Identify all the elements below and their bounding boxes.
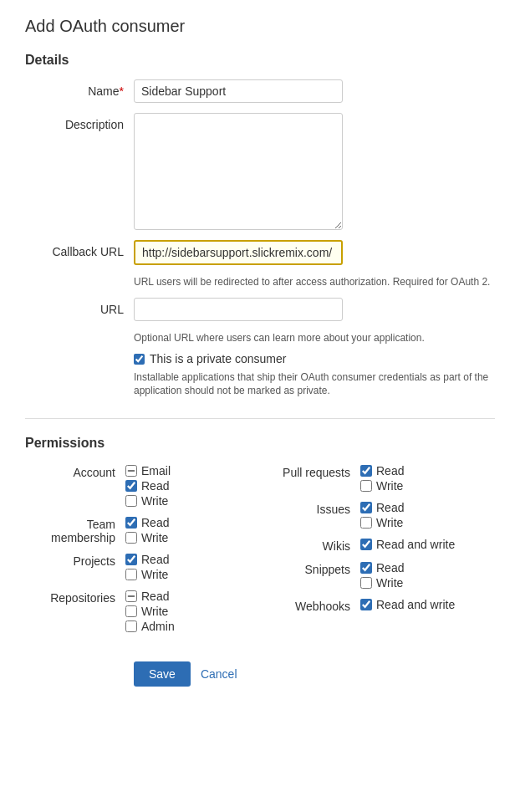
perm-checkbox-webhooks-readwrite[interactable] [360, 599, 372, 610]
perm-checkbox-account-write[interactable] [125, 495, 137, 507]
save-button[interactable]: Save [134, 661, 191, 687]
perm-group-projects: Projects Read Write [25, 553, 260, 581]
perm-checkbox-account-email[interactable] [125, 465, 137, 477]
perm-options-wikis: Read and write [360, 538, 455, 551]
perm-checkbox-account-read[interactable] [125, 480, 137, 492]
perm-checkbox-snippets-read[interactable] [360, 562, 372, 574]
perm-label-repositories: Repositories [25, 590, 125, 605]
callback-url-label: Callback URL [25, 240, 134, 258]
description-input[interactable] [134, 113, 343, 230]
permissions-grid: Account Email Read Write [25, 464, 495, 641]
perm-checkbox-pr-write[interactable] [360, 480, 372, 492]
perm-options-webhooks: Read and write [360, 598, 455, 611]
perm-label-snippets: Snippets [260, 561, 360, 576]
permissions-section: Permissions Account Email Read [25, 436, 495, 687]
permissions-left-col: Account Email Read Write [25, 464, 260, 641]
perm-label-issues: Issues [260, 501, 360, 516]
perm-option-label: Write [376, 516, 403, 529]
perm-label-webhooks: Webhooks [260, 598, 360, 613]
perm-group-webhooks: Webhooks Read and write [260, 598, 495, 613]
perm-option-label: Read and write [376, 598, 455, 611]
name-input[interactable] [134, 79, 343, 103]
perm-options-team: Read Write [125, 516, 169, 544]
perm-label-team: Team membership [25, 516, 125, 544]
perm-option-label: Write [141, 494, 168, 508]
url-input[interactable] [134, 298, 343, 321]
perm-checkbox-team-read[interactable] [125, 517, 137, 529]
perm-option-pr-write[interactable]: Write [360, 479, 404, 493]
perm-option-snippets-write[interactable]: Write [360, 576, 404, 590]
perm-checkbox-repos-write[interactable] [125, 605, 137, 617]
perm-option-repos-admin[interactable]: Admin [125, 620, 175, 633]
perm-option-label: Write [376, 479, 403, 493]
perm-options-pullrequests: Read Write [360, 464, 404, 493]
perm-checkbox-issues-read[interactable] [360, 502, 372, 513]
callback-url-input[interactable] [134, 240, 343, 265]
perm-group-pullrequests: Pull requests Read Write [260, 464, 495, 493]
perm-option-webhooks-readwrite[interactable]: Read and write [360, 598, 455, 611]
required-indicator: * [120, 84, 124, 98]
perm-option-wikis-readwrite[interactable]: Read and write [360, 538, 455, 551]
private-consumer-desc: Installable applications that ship their… [134, 370, 493, 399]
perm-option-label: Read [376, 561, 404, 575]
perm-checkbox-snippets-write[interactable] [360, 577, 372, 589]
private-consumer-row: This is a private consumer [134, 352, 495, 365]
perm-option-team-read[interactable]: Read [125, 516, 169, 529]
perm-checkbox-wikis-readwrite[interactable] [360, 539, 372, 550]
perm-option-label: Read and write [376, 538, 455, 551]
private-consumer-label[interactable]: This is a private consumer [150, 352, 286, 365]
perm-option-label: Write [141, 605, 168, 618]
details-heading: Details [25, 53, 495, 68]
perm-option-account-read[interactable]: Read [125, 479, 171, 493]
perm-checkbox-projects-write[interactable] [125, 569, 137, 580]
cancel-button[interactable]: Cancel [201, 667, 237, 681]
perm-checkbox-projects-read[interactable] [125, 554, 137, 565]
permissions-heading: Permissions [25, 436, 495, 451]
perm-option-team-write[interactable]: Write [125, 531, 169, 544]
details-section: Details Name* Description Callback URL U… [25, 53, 495, 398]
perm-option-pr-read[interactable]: Read [360, 464, 404, 477]
callback-url-help: URL users will be redirected to after ac… [134, 275, 493, 289]
perm-option-repos-read[interactable]: Read [125, 590, 175, 603]
perm-option-label: Email [141, 464, 171, 477]
perm-option-issues-read[interactable]: Read [360, 501, 404, 514]
perm-option-account-email[interactable]: Email [125, 464, 171, 477]
perm-options-account: Email Read Write [125, 464, 171, 508]
perm-checkbox-repos-read[interactable] [125, 590, 137, 602]
perm-option-label: Read [141, 590, 169, 603]
perm-label-pullrequests: Pull requests [260, 464, 360, 479]
perm-option-projects-read[interactable]: Read [125, 553, 169, 566]
name-label: Name* [25, 79, 134, 98]
perm-option-label: Read [376, 501, 404, 514]
perm-label-account: Account [25, 464, 125, 479]
perm-option-label: Read [141, 479, 169, 493]
perm-option-issues-write[interactable]: Write [360, 516, 404, 529]
description-field-group: Description [25, 113, 495, 230]
perm-checkbox-pr-read[interactable] [360, 465, 372, 477]
perm-option-label: Write [376, 576, 403, 590]
perm-options-snippets: Read Write [360, 561, 404, 590]
perm-option-label: Read [376, 464, 404, 477]
private-consumer-checkbox[interactable] [134, 354, 145, 365]
perm-checkbox-repos-admin[interactable] [125, 620, 137, 632]
perm-option-account-write[interactable]: Write [125, 494, 171, 508]
perm-option-projects-write[interactable]: Write [125, 568, 169, 581]
perm-options-issues: Read Write [360, 501, 404, 529]
permissions-right-col: Pull requests Read Write Issues [260, 464, 495, 641]
url-label: URL [25, 298, 134, 316]
perm-group-wikis: Wikis Read and write [260, 538, 495, 553]
perm-option-label: Admin [141, 620, 175, 633]
perm-option-snippets-read[interactable]: Read [360, 561, 404, 575]
perm-group-repositories: Repositories Read Write Admin [25, 590, 260, 633]
perm-option-repos-write[interactable]: Write [125, 605, 175, 618]
perm-group-team: Team membership Read Write [25, 516, 260, 544]
perm-checkbox-issues-write[interactable] [360, 517, 372, 529]
url-field-group: URL [25, 298, 495, 321]
perm-group-issues: Issues Read Write [260, 501, 495, 529]
perm-option-label: Write [141, 531, 168, 544]
callback-url-field-group: Callback URL [25, 240, 495, 265]
description-label: Description [25, 113, 134, 131]
perm-label-wikis: Wikis [260, 538, 360, 553]
perm-checkbox-team-write[interactable] [125, 532, 137, 544]
perm-option-label: Read [141, 553, 169, 566]
